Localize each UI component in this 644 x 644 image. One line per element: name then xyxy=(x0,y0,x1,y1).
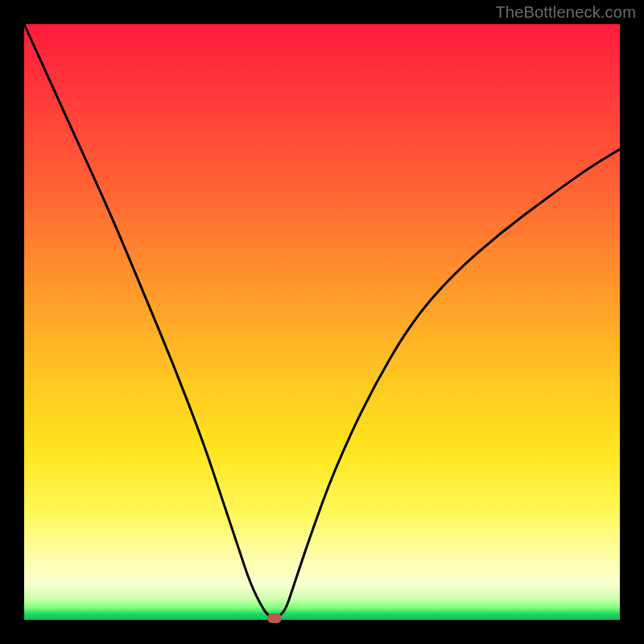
bottleneck-curve-path xyxy=(24,24,620,617)
plot-area xyxy=(24,24,620,620)
curve-svg xyxy=(24,24,620,620)
attribution-text: TheBottleneck.com xyxy=(495,3,636,22)
minimum-marker xyxy=(267,613,282,623)
chart-frame: TheBottleneck.com xyxy=(0,0,644,644)
